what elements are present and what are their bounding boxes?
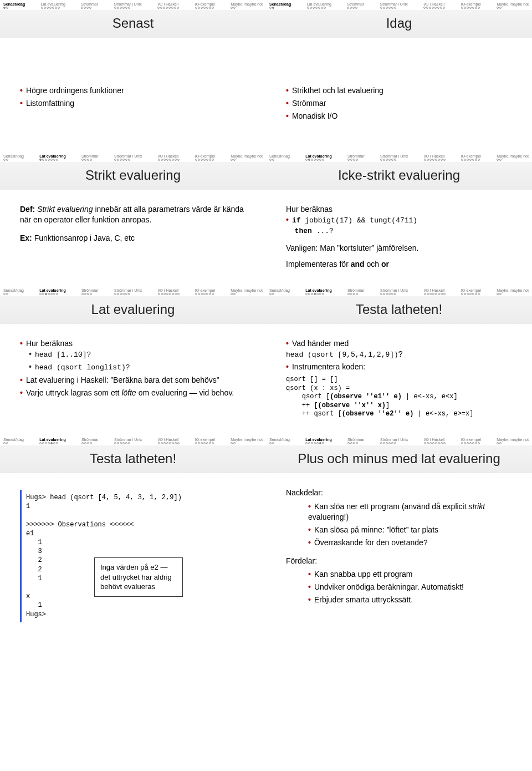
nav-dot <box>81 293 84 295</box>
nav-dot <box>169 442 171 444</box>
nav-section[interactable]: I/O i Haskell <box>423 2 445 9</box>
nav-dot <box>45 159 47 161</box>
nav-dot <box>427 442 429 444</box>
nav-section[interactable]: IO-exempel <box>461 2 481 9</box>
bullet-item: Lat evaluering i Haskell: ”Beräkna bara … <box>20 375 249 385</box>
nav-dot <box>56 159 58 161</box>
bullet-item: Undviker onödiga beräkningar. Automatisk… <box>308 582 515 592</box>
nav-dot <box>353 293 355 295</box>
nav-dot <box>438 293 440 295</box>
lead-text: Hur beräknas <box>286 204 515 215</box>
nav-dot <box>125 293 127 295</box>
nav-dot <box>161 293 163 295</box>
nav-dot <box>478 293 480 295</box>
nav-section[interactable]: Senast/idag <box>3 154 24 161</box>
nav-section[interactable]: Maybe, maybe not <box>497 154 529 161</box>
nav-section[interactable]: Maybe, maybe not <box>231 288 263 295</box>
nav-section[interactable]: Strömmar i Unix <box>114 2 142 9</box>
slide-title: Testa latheten! <box>0 445 266 473</box>
nav-dot <box>391 293 393 295</box>
nav-section[interactable]: Lat evaluering <box>305 154 331 161</box>
nav-dot <box>231 442 233 444</box>
nav-section[interactable]: Senast/idag <box>269 288 290 295</box>
nav-section[interactable]: Strömmar <box>347 2 364 9</box>
nav-dot <box>84 7 86 9</box>
nav-dot <box>388 159 391 161</box>
nav-section[interactable]: Strömmar <box>347 154 365 161</box>
nav-section[interactable]: Strömmar i Unix <box>114 288 142 295</box>
nav-section[interactable]: I/O i Haskell <box>158 288 180 295</box>
nav-dots <box>81 159 99 161</box>
nav-dots <box>380 159 408 161</box>
nav-section[interactable]: IO-exempel <box>461 288 481 295</box>
nav-section[interactable]: Lat evaluering <box>305 438 331 444</box>
nav-section[interactable]: Lat evaluering <box>39 288 65 295</box>
nav-section[interactable]: Senast/idag <box>3 288 24 295</box>
nav-section[interactable]: IO-exempel <box>195 2 215 9</box>
nav-dot <box>201 159 203 161</box>
nav-section[interactable]: Maybe, maybe not <box>497 288 529 295</box>
nav-section[interactable]: Strömmar <box>81 438 99 444</box>
nav-section[interactable]: Lat evaluering <box>39 154 65 161</box>
nav-dot <box>497 7 499 9</box>
nav-dot <box>383 442 385 444</box>
nav-section[interactable]: Maybe, maybe not <box>497 2 529 9</box>
nav-section[interactable]: Maybe, maybe not <box>231 154 263 161</box>
nav-section[interactable]: Maybe, maybe not <box>497 438 529 444</box>
nav-dot <box>350 159 352 161</box>
nav-section[interactable]: Strömmar i Unix <box>114 438 142 444</box>
nav-section[interactable]: Strömmar i Unix <box>380 438 408 444</box>
nav-dot <box>117 7 119 9</box>
nav-section[interactable]: Strömmar i Unix <box>380 154 408 161</box>
nav-dot <box>391 7 393 9</box>
nav-dots <box>39 293 65 295</box>
nav-section[interactable]: Lat evaluering <box>307 2 331 9</box>
nav-label: Strömmar <box>81 438 99 442</box>
nav-section[interactable]: IO-exempel <box>195 438 215 444</box>
nav-section[interactable]: Strömmar <box>347 288 365 295</box>
slide-title: Lat evaluering <box>0 296 266 324</box>
nav-section[interactable]: Strömmar <box>81 154 99 161</box>
nav-section[interactable]: Strömmar i Unix <box>380 288 408 295</box>
nav-section[interactable]: IO-exempel <box>195 288 215 295</box>
nav-dot <box>469 293 472 295</box>
bullet-list: Hur beräknashead [1..10]?head (qsort lon… <box>20 338 249 398</box>
nav-section[interactable]: IO-exempel <box>461 438 481 444</box>
nav-section[interactable]: Senast/idag <box>3 438 24 444</box>
nav-dot <box>175 442 177 444</box>
nav-dot <box>81 159 84 161</box>
nav-section[interactable]: IO-exempel <box>195 154 215 161</box>
nav-section[interactable]: Senast/idag <box>269 2 291 9</box>
nav-label: Senast/idag <box>3 288 24 292</box>
nav-section[interactable]: I/O i Haskell <box>424 154 446 161</box>
nav-dot <box>308 293 310 295</box>
nav-section[interactable]: Strömmar <box>347 438 365 444</box>
nav-section[interactable]: Strömmar <box>81 288 99 295</box>
nav-dots <box>424 293 446 295</box>
nav-section[interactable]: Lat evaluering <box>39 438 65 444</box>
nav-dots <box>461 7 481 9</box>
nav-section[interactable]: I/O i Haskell <box>158 438 180 444</box>
nav-section[interactable]: I/O i Haskell <box>424 288 446 295</box>
nav-section[interactable]: Strömmar <box>81 2 98 9</box>
nav-label: Lat evaluering <box>305 438 331 442</box>
nav-dot <box>39 293 42 295</box>
nav-section[interactable]: Lat evaluering <box>305 288 331 295</box>
nav-section[interactable]: Maybe, maybe not <box>231 438 263 444</box>
nav-section[interactable]: Strömmar i Unix <box>114 154 142 161</box>
nav-section[interactable]: IO-exempel <box>461 154 481 161</box>
nav-dot <box>120 7 122 9</box>
nav-section[interactable]: Senast/idag <box>269 438 290 444</box>
nav-section[interactable]: Senast/idag <box>269 154 290 161</box>
nav-dot <box>388 293 391 295</box>
nav-label: Senast/idag <box>269 2 291 6</box>
nav-section[interactable]: I/O i Haskell <box>157 2 179 9</box>
nav-section[interactable]: I/O i Haskell <box>158 154 180 161</box>
nav-section[interactable]: Senast/idag <box>3 2 25 9</box>
nav-section[interactable]: Maybe, maybe not <box>231 2 263 9</box>
nav-dot <box>42 293 44 295</box>
nav-section[interactable]: Strömmar i Unix <box>380 2 408 9</box>
nav-dot <box>231 159 233 161</box>
nav-section[interactable]: Lat evaluering <box>41 2 65 9</box>
nav-section[interactable]: I/O i Haskell <box>424 438 446 444</box>
